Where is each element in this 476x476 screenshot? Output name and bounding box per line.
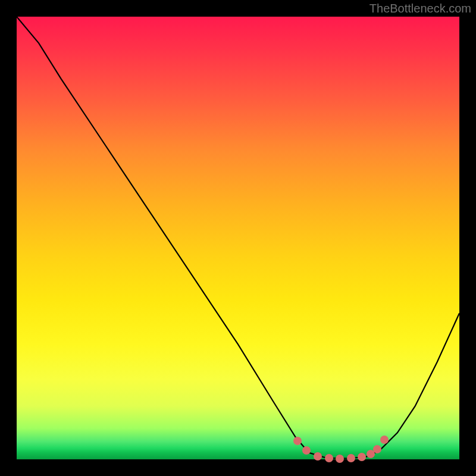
watermark-text: TheBottleneck.com <box>369 2 471 15</box>
data-marker <box>358 453 366 461</box>
data-marker <box>302 446 311 455</box>
curve-svg <box>17 17 459 459</box>
data-marker <box>373 445 381 453</box>
chart-plot-area <box>17 17 459 459</box>
bottleneck-curve <box>17 17 459 459</box>
data-marker <box>325 454 333 462</box>
data-marker <box>314 452 322 461</box>
data-marker <box>336 455 344 463</box>
data-marker <box>380 436 389 444</box>
data-marker <box>347 454 355 462</box>
data-marker <box>293 437 302 445</box>
